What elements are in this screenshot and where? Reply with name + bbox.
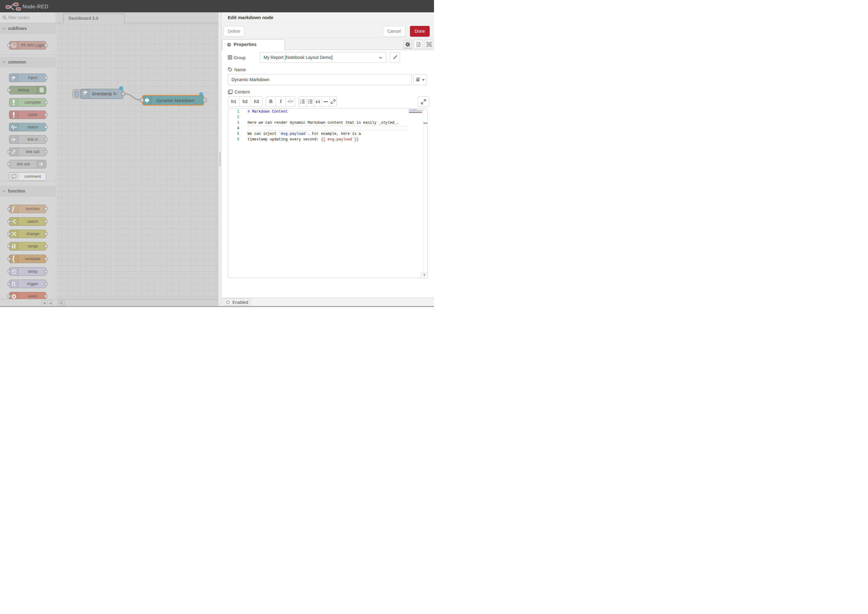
svg-text:3: 3 — [300, 102, 301, 104]
svg-text:Dynamic Markdown: Dynamic Markdown — [157, 98, 194, 103]
svg-text:timestamp ↻: timestamp ↻ — [92, 91, 117, 96]
